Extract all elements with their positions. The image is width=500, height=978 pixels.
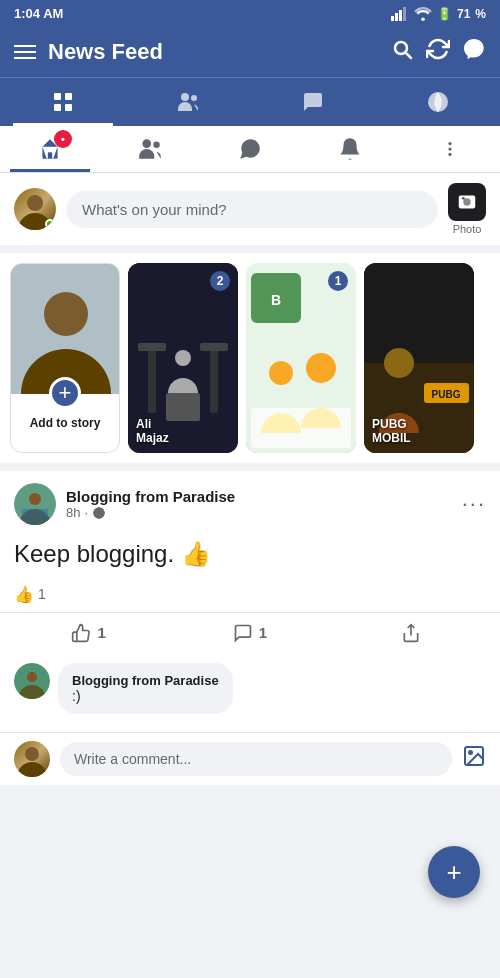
svg-rect-23 — [148, 343, 156, 413]
svg-point-16 — [27, 195, 43, 211]
svg-rect-26 — [200, 343, 228, 351]
user-avatar — [14, 188, 56, 230]
svg-rect-6 — [54, 104, 61, 111]
story-name-pubg: PUBGMOBIL — [372, 417, 411, 445]
svg-rect-5 — [65, 93, 72, 100]
svg-point-19 — [462, 197, 465, 200]
svg-rect-1 — [395, 13, 398, 21]
photo-icon — [448, 183, 486, 221]
tab-news-feed[interactable] — [0, 78, 125, 126]
comment-row: Blogging from Paradise :) — [14, 663, 486, 714]
comment-count: 1 — [259, 624, 267, 641]
svg-rect-7 — [65, 104, 72, 111]
tab-friends[interactable] — [125, 78, 250, 126]
comment-user-avatar — [14, 741, 50, 777]
online-indicator — [45, 219, 55, 229]
nav-tabs — [0, 77, 500, 126]
like-icon — [71, 623, 91, 643]
post-input-area: What's on your mind? Photo — [0, 173, 500, 253]
stories-scroll: + Add to story — [0, 263, 500, 453]
bottom-nav-menu[interactable] — [400, 126, 500, 172]
post-author-name: Blogging from Paradise — [66, 488, 452, 505]
svg-rect-43 — [22, 509, 48, 525]
svg-rect-34 — [251, 408, 351, 448]
svg-point-18 — [463, 198, 470, 205]
comment-input-area: Write a comment... — [0, 732, 500, 785]
refresh-button[interactable] — [426, 37, 450, 67]
bottom-nav-friends[interactable] — [100, 126, 200, 172]
share-icon — [401, 623, 421, 643]
svg-point-11 — [142, 139, 151, 148]
svg-point-42 — [29, 493, 41, 505]
svg-point-47 — [27, 672, 37, 682]
header: News Feed — [0, 27, 500, 77]
svg-rect-3 — [403, 7, 406, 21]
svg-point-12 — [153, 141, 160, 148]
time: 1:04 AM — [14, 6, 63, 21]
story-item-ali[interactable]: 2 AliMajaz — [128, 263, 238, 453]
comment-input[interactable]: Write a comment... — [60, 742, 452, 776]
add-story-card[interactable]: + Add to story — [10, 263, 120, 453]
like-count: 1 — [97, 624, 105, 641]
story-item-bank[interactable]: B 1 — [246, 263, 356, 453]
svg-rect-24 — [210, 343, 218, 413]
post-header: Blogging from Paradise 8h · ··· — [0, 471, 500, 537]
svg-rect-28 — [166, 393, 200, 421]
messenger-button[interactable] — [462, 37, 486, 67]
comment-image-icon[interactable] — [462, 744, 486, 774]
comment-author: Blogging from Paradise — [72, 673, 219, 688]
post-actions: 1 1 — [0, 612, 500, 653]
comment-section: Blogging from Paradise :) — [0, 653, 500, 732]
svg-point-37 — [384, 348, 414, 378]
comment-bubble: Blogging from Paradise :) — [58, 663, 233, 714]
svg-rect-2 — [399, 10, 402, 21]
post-card: Blogging from Paradise 8h · ··· Keep blo… — [0, 471, 500, 785]
wifi-icon — [414, 7, 432, 21]
battery-level: 71 — [457, 7, 470, 21]
story-add-photo-bg: + — [11, 264, 119, 394]
photo-button[interactable]: Photo — [448, 183, 486, 235]
svg-point-50 — [469, 751, 472, 754]
bottom-nav-notifications[interactable] — [300, 126, 400, 172]
privacy-icon — [92, 506, 106, 520]
post-options-button[interactable]: ··· — [462, 491, 486, 517]
post-author-avatar — [14, 483, 56, 525]
share-button[interactable] — [331, 615, 492, 651]
svg-point-9 — [191, 95, 197, 101]
home-badge: • — [54, 130, 72, 148]
post-reactions: 👍 1 — [0, 581, 500, 612]
story-bg-bank: B — [246, 263, 356, 453]
status-bar: 1:04 AM 🔋 71 % — [0, 0, 500, 27]
story-badge-bank: 1 — [328, 271, 348, 291]
svg-point-32 — [269, 361, 293, 385]
bottom-nav-messenger[interactable] — [200, 126, 300, 172]
comment-button[interactable]: 1 — [169, 615, 330, 651]
search-button[interactable] — [390, 37, 414, 67]
add-story-plus-icon: + — [49, 377, 81, 409]
like-reaction-icon: 👍 — [14, 585, 34, 604]
post-meta: Blogging from Paradise 8h · — [66, 488, 452, 520]
svg-text:B: B — [271, 292, 281, 308]
comment-text: :) — [72, 688, 219, 704]
story-name-ali: AliMajaz — [136, 417, 169, 445]
story-item-pubg[interactable]: PUBG PUBGMOBIL — [364, 263, 474, 453]
reaction-count: 1 — [38, 586, 46, 602]
signal-icon — [391, 7, 409, 21]
stories-section: + Add to story — [0, 253, 500, 471]
svg-point-27 — [175, 350, 191, 366]
battery-icon: 🔋 — [437, 7, 452, 21]
tab-messages[interactable] — [250, 78, 375, 126]
menu-button[interactable] — [14, 45, 36, 59]
bottom-nav-home[interactable]: • — [0, 126, 100, 172]
photo-label: Photo — [453, 223, 482, 235]
svg-point-33 — [306, 353, 336, 383]
svg-point-14 — [448, 147, 451, 150]
tab-world[interactable] — [375, 78, 500, 126]
add-story-label: Add to story — [11, 416, 119, 432]
post-content: Keep blogging. 👍 — [0, 537, 500, 581]
post-input[interactable]: What's on your mind? — [66, 191, 438, 228]
like-button[interactable]: 1 — [8, 615, 169, 651]
svg-rect-4 — [54, 93, 61, 100]
svg-point-8 — [181, 93, 189, 101]
post-time: 8h · — [66, 505, 452, 520]
